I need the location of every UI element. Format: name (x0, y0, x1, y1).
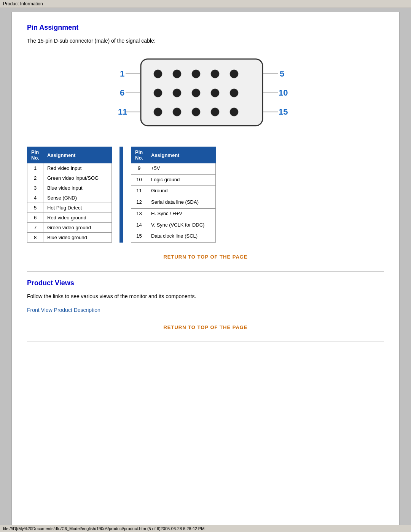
pin-number: 9 (131, 163, 147, 175)
pin-number: 5 (27, 203, 43, 213)
svg-point-20 (211, 108, 219, 116)
table-row: 11 Ground (131, 186, 216, 197)
svg-text:11: 11 (118, 107, 127, 117)
pin-number: 2 (27, 173, 43, 183)
pin-number: 1 (27, 163, 43, 173)
table-row: 6 Red video ground (27, 213, 112, 223)
svg-text:6: 6 (120, 88, 124, 97)
status-bar: file:///D|/My%20Documents/dfu/C6_Model/e… (0, 525, 411, 532)
status-bar-text: file:///D|/My%20Documents/dfu/C6_Model/e… (3, 526, 204, 531)
svg-point-12 (154, 89, 162, 97)
pin-number: 4 (27, 193, 43, 203)
main-content: Pin Assignment The 15-pin D-sub connecto… (11, 12, 400, 526)
svg-point-18 (173, 108, 181, 116)
table-row: 8 Blue video ground (27, 233, 112, 243)
pin-assignment: Sense (GND) (43, 193, 112, 203)
right-table-col2-header: Assignment (147, 147, 216, 163)
left-pin-table: PinNo. Assignment 1 Red video input 2 Gr… (27, 147, 112, 243)
svg-point-14 (192, 89, 200, 97)
svg-point-15 (211, 89, 219, 97)
product-views-title: Product Views (27, 279, 384, 287)
svg-point-19 (192, 108, 200, 116)
pin-assignment: Hot Plug Detect (43, 203, 112, 213)
svg-point-9 (192, 70, 200, 78)
pin-number: 15 (131, 231, 147, 243)
table-row: 14 V. Sync (VCLK for DDC) (131, 220, 216, 231)
right-table-col1-header: PinNo. (131, 147, 147, 163)
svg-text:15: 15 (279, 107, 288, 117)
pin-number: 12 (131, 197, 147, 209)
pin-number: 11 (131, 186, 147, 197)
divider-2 (27, 342, 384, 342)
product-views-return-link[interactable]: RETURN TO TOP OF THE PAGE (27, 324, 384, 330)
left-table-col1-header: PinNo. (27, 147, 43, 163)
pin-tables-container: PinNo. Assignment 1 Red video input 2 Gr… (27, 147, 384, 243)
pin-assignment-section: Pin Assignment The 15-pin D-sub connecto… (27, 24, 384, 260)
pin-assignment: V. Sync (VCLK for DDC) (147, 220, 216, 231)
pin-number: 6 (27, 213, 43, 223)
svg-point-13 (173, 89, 181, 97)
svg-text:10: 10 (279, 88, 288, 97)
divider-1 (27, 271, 384, 272)
pin-number: 3 (27, 183, 43, 193)
svg-text:1: 1 (120, 69, 124, 78)
connector-diagram: 1 6 11 5 10 15 (27, 51, 384, 135)
left-table-col2-header: Assignment (43, 147, 112, 163)
pin-assignment: Red video ground (43, 213, 112, 223)
pin-assignment: Blue video input (43, 183, 112, 193)
table-row: 10 Logic ground (131, 174, 216, 186)
front-view-link[interactable]: Front View Product Description (27, 307, 100, 313)
table-row: 13 H. Sync / H+V (131, 208, 216, 220)
table-row: 1 Red video input (27, 163, 112, 173)
pin-number: 14 (131, 220, 147, 231)
pin-number: 10 (131, 174, 147, 186)
table-row: 7 Green video ground (27, 223, 112, 233)
svg-point-17 (154, 108, 162, 116)
svg-text:5: 5 (280, 69, 284, 78)
right-pin-table: PinNo. Assignment 9 +5V 10 Logic ground … (131, 147, 216, 243)
table-divider (119, 147, 123, 243)
product-views-section: Product Views Follow the links to see va… (27, 279, 384, 330)
pin-assignment: Logic ground (147, 174, 216, 186)
pin-number: 8 (27, 233, 43, 243)
top-bar-label: Product Information (3, 1, 43, 6)
pin-assignment: Serial data line (SDA) (147, 197, 216, 209)
svg-rect-0 (141, 59, 263, 126)
pin-assignment: Blue video ground (43, 233, 112, 243)
pin-assignment: +5V (147, 163, 216, 175)
pin-assignment-return-link[interactable]: RETURN TO TOP OF THE PAGE (27, 254, 384, 260)
svg-point-10 (211, 70, 219, 78)
top-bar: Product Information (0, 0, 411, 8)
pin-assignment: Green video ground (43, 223, 112, 233)
svg-point-7 (154, 70, 162, 78)
svg-point-21 (230, 108, 238, 116)
svg-point-16 (230, 89, 238, 97)
connector-wrap: 1 6 11 5 10 15 (118, 51, 293, 135)
pin-number: 13 (131, 208, 147, 220)
table-row: 15 Data clock line (SCL) (131, 231, 216, 243)
table-row: 3 Blue video input (27, 183, 112, 193)
pin-assignment-description: The 15-pin D-sub connector (male) of the… (27, 38, 384, 44)
connector-svg: 1 6 11 5 10 15 (118, 51, 293, 135)
table-row: 4 Sense (GND) (27, 193, 112, 203)
product-views-description: Follow the links to see various views of… (27, 293, 384, 299)
pin-assignment: Green video input/SOG (43, 173, 112, 183)
table-row: 9 +5V (131, 163, 216, 175)
table-row: 12 Serial data line (SDA) (131, 197, 216, 209)
pin-assignment-title: Pin Assignment (27, 24, 384, 32)
table-row: 2 Green video input/SOG (27, 173, 112, 183)
pin-assignment: Data clock line (SCL) (147, 231, 216, 243)
svg-point-11 (230, 70, 238, 78)
table-row: 5 Hot Plug Detect (27, 203, 112, 213)
pin-assignment: H. Sync / H+V (147, 208, 216, 220)
svg-point-8 (173, 70, 181, 78)
pin-assignment: Ground (147, 186, 216, 197)
pin-number: 7 (27, 223, 43, 233)
pin-assignment: Red video input (43, 163, 112, 173)
